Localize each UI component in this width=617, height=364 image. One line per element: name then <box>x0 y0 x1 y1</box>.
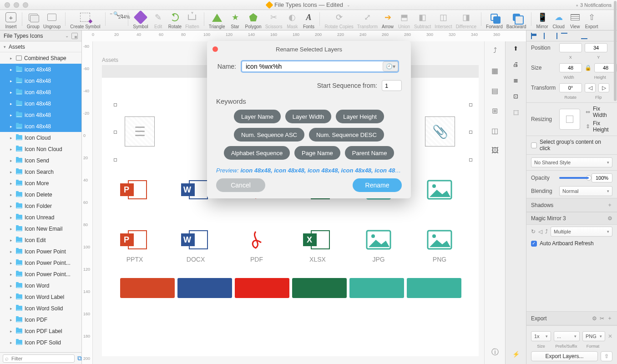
align-right-icon[interactable] <box>551 33 557 39</box>
disclosure-arrow-icon[interactable]: ▸ <box>10 101 14 106</box>
star-button[interactable]: ★Star <box>227 11 243 29</box>
disclosure-arrow-icon[interactable]: ▸ <box>10 181 14 186</box>
add-shadow-icon[interactable]: ＋ <box>607 201 612 209</box>
layer-item[interactable]: ▸Icon Non Cloud <box>0 143 81 155</box>
disclosure-arrow-icon[interactable]: ▸ <box>10 283 14 288</box>
layer-item[interactable]: ▸icon 48x48 <box>0 86 81 98</box>
name-input[interactable] <box>241 60 399 73</box>
position-x-input[interactable] <box>559 43 582 52</box>
intersect-button[interactable]: ◫Intersect <box>433 11 454 29</box>
strip-icon-6[interactable]: 🖼 <box>490 145 501 156</box>
align-top-icon[interactable] <box>561 33 567 39</box>
magic-mirror-section[interactable]: Magic Mirror 3⚙ <box>526 212 617 225</box>
layer-item[interactable]: ▸Icon Word Label <box>0 291 81 303</box>
zoom-out-icon[interactable]: − <box>110 11 113 16</box>
disclosure-arrow-icon[interactable]: ▸ <box>10 272 14 277</box>
traffic-min[interactable] <box>14 2 19 8</box>
blending-dropdown[interactable]: Normal <box>559 186 612 196</box>
triangle-button[interactable]: Triangle <box>207 11 227 29</box>
align-center-h-icon[interactable] <box>541 33 547 39</box>
layer-item[interactable]: ▸icon 48x48 <box>0 109 81 121</box>
chevron-down-icon[interactable]: ⌄ <box>347 3 350 7</box>
disclosure-arrow-icon[interactable]: ▸ <box>10 261 14 265</box>
transform-button[interactable]: ⤢Transform <box>355 11 379 29</box>
layer-item[interactable]: ▸Icon Edit <box>0 234 81 246</box>
layer-item[interactable]: ▸Icon Cloud <box>0 132 81 143</box>
disclosure-arrow-icon[interactable]: ▸ <box>10 329 14 334</box>
disclosure-arrow-icon[interactable]: ▸ <box>10 170 14 174</box>
keyword-pill[interactable]: Parent Name <box>345 146 394 160</box>
export-layers-button[interactable]: Export Layers... <box>531 351 598 361</box>
disclosure-arrow-icon[interactable]: ▸ <box>10 340 14 345</box>
rename-button[interactable]: Rename <box>353 178 402 192</box>
keyword-pill[interactable]: Num. Sequence DESC <box>309 128 384 142</box>
layer-item[interactable]: ▸Icon PDF <box>0 314 81 325</box>
export-format-dropdown[interactable]: PNG <box>582 331 605 341</box>
keyword-pill[interactable]: Layer Height <box>336 110 384 123</box>
layer-item[interactable]: ▸Icon Search <box>0 166 81 177</box>
ungroup-button[interactable]: Ungroup <box>41 11 62 29</box>
opacity-input[interactable] <box>592 173 612 182</box>
resizing-diagram[interactable] <box>559 109 580 130</box>
keyword-pill[interactable]: Page Name <box>294 146 340 160</box>
selected-icon-1[interactable]: ☰ <box>125 116 155 147</box>
union-button[interactable]: ⬒Union <box>396 11 412 29</box>
flatten-button[interactable]: Flatten <box>183 11 201 29</box>
layer-item[interactable]: ▸Icon Word Solid <box>0 303 81 314</box>
disclosure-arrow-icon[interactable]: ▸ <box>10 215 14 220</box>
strip2-bolt-icon[interactable]: ⚡ <box>512 351 520 358</box>
strip-icon-1[interactable]: ⤴ <box>490 45 501 56</box>
align-center-v-icon[interactable] <box>571 33 577 39</box>
disclosure-arrow-icon[interactable]: ▸ <box>10 227 14 231</box>
strip2-icon-1[interactable]: ⬆ <box>513 45 518 52</box>
filter-input[interactable] <box>3 354 75 363</box>
position-y-input[interactable] <box>585 43 607 52</box>
disclosure-arrow-icon[interactable]: ▸ <box>10 158 14 163</box>
width-input[interactable] <box>559 63 582 72</box>
selection-handle-tl[interactable] <box>114 103 117 106</box>
disclosure-arrow-icon[interactable]: ▸ <box>10 147 14 152</box>
disclosure-arrow-icon[interactable]: ▸ <box>10 90 14 95</box>
layer-item[interactable]: ▸icon 48x48 <box>0 98 81 109</box>
disclosure-arrow-icon[interactable]: ▸ <box>10 238 14 243</box>
export-knife-icon[interactable]: ✂ <box>600 315 604 322</box>
history-icon[interactable]: 🕘▾ <box>383 61 398 71</box>
layer-item[interactable]: ▸Icon PDF Label <box>0 325 81 337</box>
layer-item[interactable]: ▸Icon Power Point <box>0 246 81 257</box>
disclosure-arrow-icon[interactable]: ▸ <box>10 192 14 197</box>
keyword-pill[interactable]: Layer Name <box>234 110 281 123</box>
duplicate-icon[interactable]: ⧉ <box>77 354 82 362</box>
distribute-h-icon[interactable] <box>591 33 597 39</box>
symbol-button[interactable]: Symbol <box>131 11 150 29</box>
export-prefix-dropdown[interactable]: ... <box>554 331 580 341</box>
notifications-badge[interactable]: 3 Notifications <box>576 2 612 8</box>
layer-item[interactable]: ▸Icon More <box>0 177 81 189</box>
shadows-section[interactable]: Shadows＋ <box>526 198 617 212</box>
view-button[interactable]: View <box>567 11 583 29</box>
selection-handle-bl[interactable] <box>114 158 117 162</box>
edit-button[interactable]: ✎Edit <box>150 11 167 29</box>
disclosure-arrow-icon[interactable]: ▸ <box>10 136 14 140</box>
layer-item[interactable]: ▸Icon Word <box>0 280 81 291</box>
strip2-icon-2[interactable]: 🖨 <box>513 61 519 68</box>
strip2-icon-3[interactable]: ≣ <box>513 77 518 84</box>
rotate-button[interactable]: Rotate <box>167 11 183 29</box>
selection-handle-rc[interactable] <box>469 131 472 134</box>
mm-send-icon[interactable]: ⤴ <box>545 228 548 235</box>
selected-icon-6[interactable]: 📎 <box>425 116 455 147</box>
fix-height-control[interactable]: ⇕Fix Height <box>586 120 612 133</box>
strip-icon-5[interactable]: ◫ <box>490 125 501 136</box>
rotate-copies-button[interactable]: ⟳Rotate Copies <box>323 11 355 29</box>
scissors-button[interactable]: ✂Scissors <box>263 11 284 29</box>
opacity-slider[interactable] <box>559 177 589 179</box>
layer-item[interactable]: ▸Icon Power Point... <box>0 268 81 280</box>
traffic-max[interactable] <box>23 2 28 8</box>
strip-info-icon[interactable]: ⓘ <box>490 347 501 358</box>
layer-item[interactable]: ▸Icon Delete <box>0 189 81 200</box>
strip-icon-4[interactable]: ⊞ <box>490 105 501 116</box>
pages-panel-icon[interactable] <box>71 33 78 39</box>
traffic-close[interactable] <box>5 2 10 8</box>
export-share-icon[interactable]: ⇧ <box>601 351 612 361</box>
selection-handle-br[interactable] <box>469 158 472 162</box>
layers-header[interactable]: Assets <box>0 41 81 52</box>
